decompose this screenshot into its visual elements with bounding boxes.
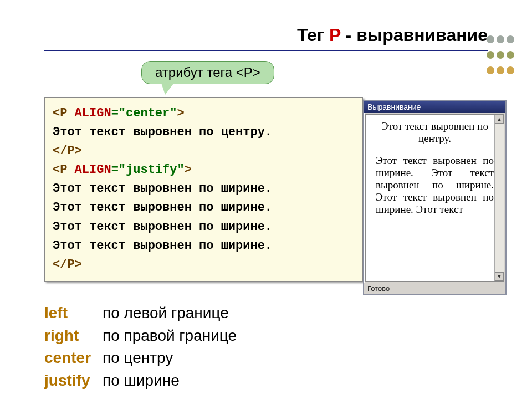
legend-desc: по правой границе [103, 327, 237, 344]
code-text: Этот текст выровнен по центру. [53, 125, 272, 139]
legend-kw-justify: justify [44, 370, 103, 392]
window-content: Этот текст выровнен по центру. Этот текс… [365, 114, 504, 282]
code-tag-close: > [177, 106, 184, 120]
legend-kw-right: right [44, 325, 103, 347]
code-tag-open: <P [53, 106, 75, 120]
code-tag-end: </P> [53, 144, 82, 158]
callout-text: атрибут тега <P> [155, 65, 260, 80]
legend-row: centerпо центру [44, 347, 237, 370]
legend-row: leftпо левой границе [44, 302, 237, 325]
scroll-down-icon[interactable]: ▼ [495, 272, 504, 281]
code-example: <P ALIGN="center"> Этот текст выровнен п… [44, 97, 363, 282]
code-tag-close: > [185, 163, 192, 177]
code-text: Этот текст выровнен по ширине. [53, 182, 272, 196]
code-value: ="justify" [111, 163, 185, 177]
title-highlight: P [329, 25, 341, 45]
status-text: Готово [367, 284, 390, 293]
preview-justified-text: Этот текст выровнен по ширине. Этот текс… [376, 155, 494, 216]
code-text: Этот текст выровнен по ширине. [53, 201, 272, 214]
scroll-up-icon[interactable]: ▲ [495, 115, 504, 124]
window-titlebar[interactable]: Выравнивание [364, 101, 505, 113]
callout-tail [161, 81, 175, 95]
legend-desc: по ширине [103, 372, 180, 389]
align-legend: leftпо левой границе rightпо правой гран… [44, 302, 237, 392]
scrollbar[interactable]: ▲ ▼ [494, 115, 504, 281]
legend-desc: по центру [103, 349, 173, 366]
code-attr: ALIGN [75, 163, 111, 177]
page-title: Тег P - выравнивание [44, 25, 488, 51]
callout-bubble: атрибут тега <P> [141, 61, 274, 84]
legend-row: rightпо правой границе [44, 325, 237, 347]
code-attr: ALIGN [75, 106, 111, 120]
code-text: Этот текст выровнен по ширине. [53, 239, 272, 253]
window-title: Выравнивание [367, 103, 421, 111]
code-value: ="center" [111, 106, 177, 120]
code-tag-end: </P> [53, 258, 82, 272]
legend-kw-center: center [44, 347, 103, 370]
window-statusbar: Готово [364, 283, 505, 294]
code-tag-open: <P [53, 163, 75, 177]
preview-centered-text: Этот текст выровнен по центру. [376, 120, 494, 145]
code-text: Этот текст выровнен по ширине. [53, 220, 272, 234]
legend-kw-left: left [44, 302, 103, 325]
title-suffix: - выравнивание [341, 25, 488, 45]
decorative-dots [485, 34, 515, 75]
title-prefix: Тег [297, 25, 329, 45]
preview-window: Выравнивание Этот текст выровнен по цент… [363, 100, 507, 295]
legend-row: justifyпо ширине [44, 370, 237, 392]
legend-desc: по левой границе [103, 304, 229, 321]
